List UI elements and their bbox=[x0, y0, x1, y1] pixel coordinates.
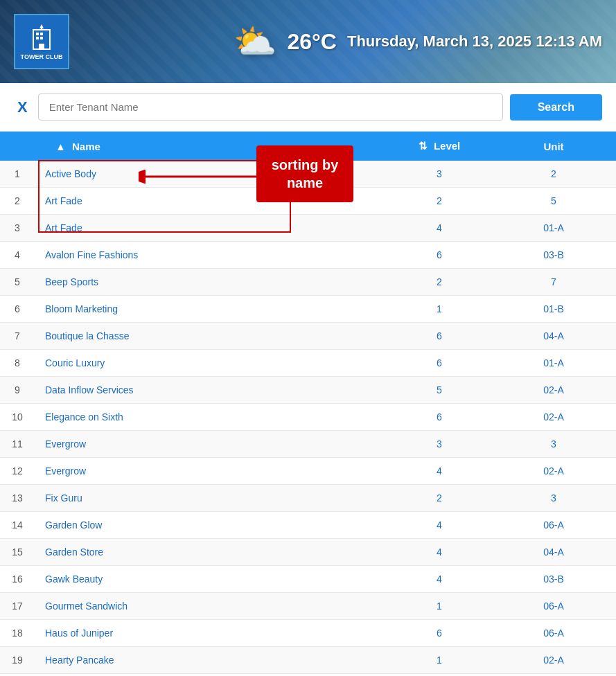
header-unit: Unit bbox=[491, 132, 616, 161]
cell-name[interactable]: Beep Sports bbox=[35, 269, 387, 296]
cell-name[interactable]: Gawk Beauty bbox=[35, 566, 387, 593]
cell-level: 6 bbox=[387, 404, 491, 431]
cell-level: 4 bbox=[387, 566, 491, 593]
cell-num: 2 bbox=[0, 188, 35, 215]
cell-name[interactable]: Active Body bbox=[35, 161, 387, 188]
cell-level: 6 bbox=[387, 620, 491, 647]
cell-level: 1 bbox=[387, 647, 491, 674]
cell-name[interactable]: Garden Glow bbox=[35, 512, 387, 539]
cell-unit: 04-A bbox=[491, 323, 616, 350]
table-row: 13Fix Guru23 bbox=[0, 485, 616, 512]
tenant-table: ▲ Name ⇅ Level Unit 1Active Body322Art F… bbox=[0, 132, 616, 676]
search-button[interactable]: Search bbox=[510, 94, 602, 121]
header-name[interactable]: ▲ Name bbox=[35, 132, 387, 161]
cell-level: 6 bbox=[387, 323, 491, 350]
search-input[interactable] bbox=[38, 94, 503, 121]
table-row: 7Boutique la Chasse604-A bbox=[0, 323, 616, 350]
logo-text: TOWER CLUB bbox=[21, 53, 63, 60]
cell-num: 19 bbox=[0, 647, 35, 674]
cell-level: 1 bbox=[387, 296, 491, 323]
cell-name[interactable]: Data Inflow Services bbox=[35, 377, 387, 404]
cell-level: 1 bbox=[387, 593, 491, 620]
table-row: 12Evergrow402-A bbox=[0, 458, 616, 485]
table-row: 6Bloom Marketing101-B bbox=[0, 296, 616, 323]
cell-num: 3 bbox=[0, 215, 35, 242]
table-body: 1Active Body322Art Fade253Art Fade401-A4… bbox=[0, 161, 616, 676]
clear-button[interactable]: X bbox=[14, 98, 31, 116]
cell-num: 17 bbox=[0, 593, 35, 620]
cell-name[interactable]: Art Fade bbox=[35, 188, 387, 215]
cell-level: 3 bbox=[387, 161, 491, 188]
weather-icon: ⛅ bbox=[234, 21, 276, 62]
cell-level: 4 bbox=[387, 512, 491, 539]
cell-num: 10 bbox=[0, 404, 35, 431]
cell-name[interactable]: Gourmet Sandwich bbox=[35, 593, 387, 620]
table-row: 8Couric Luxury601-A bbox=[0, 350, 616, 377]
cell-num: 9 bbox=[0, 377, 35, 404]
cell-level: 5 bbox=[387, 674, 491, 677]
cell-unit: 2 bbox=[491, 161, 616, 188]
table-container: sorting by name ▲ Name ⇅ Level Unit bbox=[0, 132, 616, 676]
cell-num: 11 bbox=[0, 431, 35, 458]
cell-level: 3 bbox=[387, 431, 491, 458]
cell-name[interactable]: Evergrow bbox=[35, 431, 387, 458]
cell-num: 4 bbox=[0, 242, 35, 269]
table-row: 3Art Fade401-A bbox=[0, 215, 616, 242]
cell-name[interactable]: Fix Guru bbox=[35, 485, 387, 512]
cell-level: 2 bbox=[387, 269, 491, 296]
table-row: 20IT Pro Intelligence503-B bbox=[0, 674, 616, 677]
table-row: 17Gourmet Sandwich106-A bbox=[0, 593, 616, 620]
cell-unit: 03-B bbox=[491, 674, 616, 677]
cell-unit: 03-B bbox=[491, 242, 616, 269]
table-row: 2Art Fade25 bbox=[0, 188, 616, 215]
svg-rect-1 bbox=[36, 33, 39, 35]
cell-level: 5 bbox=[387, 377, 491, 404]
cell-name[interactable]: Elegance on Sixth bbox=[35, 404, 387, 431]
cell-unit: 02-A bbox=[491, 377, 616, 404]
svg-rect-5 bbox=[40, 37, 43, 39]
cell-num: 6 bbox=[0, 296, 35, 323]
cell-unit: 03-B bbox=[491, 566, 616, 593]
cell-name[interactable]: Avalon Fine Fashions bbox=[35, 242, 387, 269]
cell-unit: 01-A bbox=[491, 350, 616, 377]
table-row: 5Beep Sports27 bbox=[0, 269, 616, 296]
cell-name[interactable]: Couric Luxury bbox=[35, 350, 387, 377]
cell-unit: 3 bbox=[491, 485, 616, 512]
temperature: 26°C bbox=[287, 29, 337, 55]
cell-unit: 06-A bbox=[491, 512, 616, 539]
svg-rect-2 bbox=[40, 33, 43, 35]
sort-up-icon: ▲ bbox=[55, 141, 66, 152]
weather-section: ⛅ 26°C Thursday, March 13, 2025 12:13 AM bbox=[234, 21, 602, 62]
cell-level: 4 bbox=[387, 539, 491, 566]
cell-name[interactable]: Boutique la Chasse bbox=[35, 323, 387, 350]
cell-name[interactable]: Art Fade bbox=[35, 215, 387, 242]
cell-num: 1 bbox=[0, 161, 35, 188]
cell-num: 13 bbox=[0, 485, 35, 512]
cell-name[interactable]: Evergrow bbox=[35, 458, 387, 485]
table-row: 15Garden Store404-A bbox=[0, 539, 616, 566]
cell-num: 20 bbox=[0, 674, 35, 677]
cell-num: 18 bbox=[0, 620, 35, 647]
header-level[interactable]: ⇅ Level bbox=[387, 132, 491, 161]
cell-num: 7 bbox=[0, 323, 35, 350]
table-header-row: ▲ Name ⇅ Level Unit bbox=[0, 132, 616, 161]
table-row: 1Active Body32 bbox=[0, 161, 616, 188]
table-row: 14Garden Glow406-A bbox=[0, 512, 616, 539]
sort-updown-icon: ⇅ bbox=[419, 140, 428, 152]
cell-unit: 02-A bbox=[491, 647, 616, 674]
cell-level: 6 bbox=[387, 242, 491, 269]
table-row: 9Data Inflow Services502-A bbox=[0, 377, 616, 404]
cell-unit: 7 bbox=[491, 269, 616, 296]
svg-rect-4 bbox=[36, 37, 39, 39]
cell-num: 15 bbox=[0, 539, 35, 566]
cell-num: 5 bbox=[0, 269, 35, 296]
cell-name[interactable]: Hearty Pancake bbox=[35, 647, 387, 674]
cell-unit: 01-B bbox=[491, 296, 616, 323]
cell-name[interactable]: Garden Store bbox=[35, 539, 387, 566]
cell-name[interactable]: Bloom Marketing bbox=[35, 296, 387, 323]
table-row: 18Haus of Juniper606-A bbox=[0, 620, 616, 647]
table-row: 10Elegance on Sixth602-A bbox=[0, 404, 616, 431]
cell-name[interactable]: Haus of Juniper bbox=[35, 620, 387, 647]
table-row: 16Gawk Beauty403-B bbox=[0, 566, 616, 593]
cell-name[interactable]: IT Pro Intelligence bbox=[35, 674, 387, 677]
